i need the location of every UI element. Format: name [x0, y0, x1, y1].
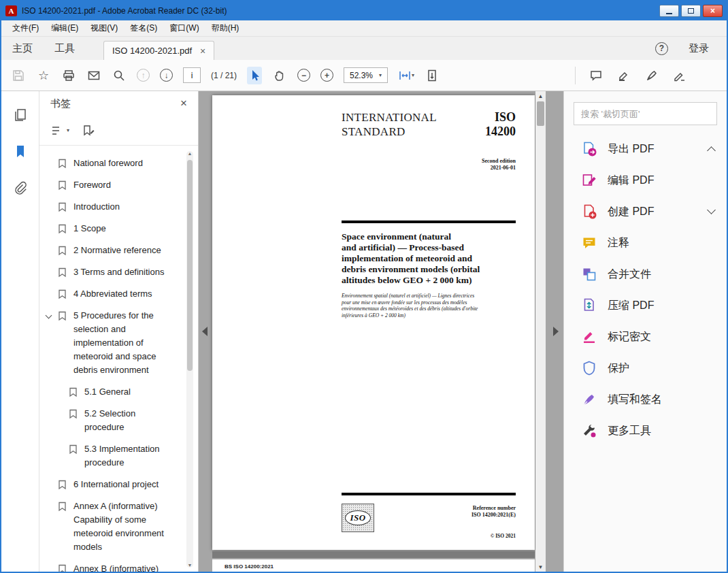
- bookmark-item[interactable]: Annex A (informative) Capability of some…: [39, 495, 198, 558]
- zoom-level-select[interactable]: 52.3% ▾: [344, 67, 388, 83]
- tool-create-pdf[interactable]: 创建 PDF: [564, 196, 727, 227]
- tab-tools[interactable]: 工具: [44, 37, 86, 60]
- chevron-down-icon[interactable]: [46, 312, 52, 319]
- tool-label: 更多工具: [608, 424, 651, 438]
- highlight-tool-icon[interactable]: [616, 67, 631, 84]
- tool-combine-files[interactable]: 合并文件: [564, 259, 727, 290]
- menu-sign[interactable]: 签名(S): [125, 20, 163, 36]
- pdf-page-2[interactable]: BS ISO 14200:2021: [212, 559, 535, 572]
- print-icon[interactable]: [61, 67, 76, 84]
- tool-label: 标记密文: [608, 330, 651, 344]
- bookmark-label: National foreword: [73, 158, 143, 168]
- bookmark-item[interactable]: 3 Terms and definitions: [39, 261, 198, 283]
- scroll-up-icon[interactable]: ▲: [535, 91, 546, 101]
- page-up-icon[interactable]: ↑: [137, 69, 150, 82]
- bookmark-item[interactable]: National foreword: [39, 152, 198, 174]
- scroll-up-icon[interactable]: ▲: [186, 151, 193, 156]
- bookmark-item[interactable]: 5.1 General: [39, 381, 198, 403]
- page-number-field[interactable]: [183, 67, 201, 83]
- bookmarks-icon[interactable]: [9, 142, 32, 162]
- window-controls: ×: [659, 5, 723, 17]
- bookmark-item[interactable]: 6 International project: [39, 474, 198, 495]
- tool-compress-pdf[interactable]: 压缩 PDF: [564, 290, 727, 321]
- bookmark-item[interactable]: 4 Abbreviated terms: [39, 283, 198, 305]
- email-icon[interactable]: [86, 67, 101, 84]
- menu-help[interactable]: 帮助(H): [206, 20, 245, 36]
- bookmark-item[interactable]: 1 Scope: [39, 218, 198, 240]
- bookmark-label: Annex A (informative) Capability of some…: [73, 501, 164, 552]
- tab-home[interactable]: 主页: [1, 37, 44, 60]
- tool-redact[interactable]: 标记密文: [564, 321, 727, 353]
- bookmark-icon: [69, 409, 78, 419]
- horizontal-rule: [342, 220, 516, 223]
- favorites-star-icon[interactable]: ☆: [36, 67, 51, 84]
- fill-sign-icon: [581, 391, 597, 408]
- select-tool-icon[interactable]: [247, 67, 262, 84]
- bookmark-item[interactable]: Foreword: [39, 174, 198, 196]
- document-viewport[interactable]: INTERNATIONAL STANDARD ISO 14200 Second …: [199, 91, 563, 572]
- sign-tool-icon[interactable]: [644, 67, 659, 84]
- bookmark-label: Annex B (informative): [73, 563, 159, 572]
- tool-comment[interactable]: 注释: [564, 227, 727, 259]
- bookmark-item[interactable]: Annex B (informative): [39, 558, 198, 572]
- bookmarks-scrollbar[interactable]: ▲ ▼: [186, 151, 193, 568]
- menu-window[interactable]: 窗口(W): [164, 20, 204, 36]
- attachments-icon[interactable]: [9, 178, 32, 199]
- close-button[interactable]: ×: [703, 5, 723, 17]
- tool-fill-sign[interactable]: 填写和签名: [564, 384, 727, 415]
- chevron-down-icon: [707, 206, 716, 214]
- page-thumbnails-icon[interactable]: [9, 105, 32, 125]
- menu-view[interactable]: 视图(V): [85, 20, 123, 36]
- save-icon[interactable]: [11, 67, 26, 84]
- bookmark-label: 5.3 Implementation procedure: [84, 444, 160, 468]
- collapse-right-panel-icon[interactable]: [553, 327, 559, 336]
- document-scrollbar[interactable]: ▲ ▼: [535, 91, 546, 572]
- next-page-header: BS ISO 14200:2021: [225, 563, 274, 570]
- zoom-in-icon[interactable]: +: [320, 69, 333, 82]
- scrollbar-thumb[interactable]: [187, 160, 193, 371]
- tool-edit-pdf[interactable]: 编辑 PDF: [564, 165, 727, 196]
- collapse-left-panel-icon[interactable]: [202, 327, 208, 336]
- redact-icon: [581, 329, 597, 345]
- scroll-down-icon[interactable]: ▼: [186, 563, 193, 568]
- hand-tool-icon[interactable]: [272, 67, 287, 84]
- bookmark-item[interactable]: 5.2 Selection procedure: [39, 403, 198, 438]
- bookmark-options-icon[interactable]: ▾: [48, 122, 72, 140]
- zoom-out-icon[interactable]: −: [297, 69, 310, 82]
- help-icon[interactable]: ?: [655, 42, 668, 55]
- minimize-button[interactable]: [659, 5, 679, 17]
- close-icon: ×: [710, 6, 715, 16]
- bookmark-item[interactable]: 5 Procedures for the selection and imple…: [39, 305, 198, 381]
- create-pdf-icon: [581, 203, 597, 220]
- bookmark-icon: [58, 502, 67, 512]
- search-icon[interactable]: [112, 67, 127, 84]
- menu-edit[interactable]: 编辑(E): [46, 20, 84, 36]
- menubar: 文件(F) 编辑(E) 视图(V) 签名(S) 窗口(W) 帮助(H): [1, 20, 727, 37]
- maximize-button[interactable]: [681, 5, 701, 17]
- bookmark-item[interactable]: Introduction: [39, 196, 198, 218]
- tool-protect[interactable]: 保护: [564, 353, 727, 384]
- document-tab-close-icon[interactable]: ×: [200, 46, 205, 56]
- pdf-page-1[interactable]: INTERNATIONAL STANDARD ISO 14200 Second …: [212, 95, 535, 550]
- fit-width-icon[interactable]: ▾: [398, 67, 414, 84]
- bookmark-current-icon[interactable]: [79, 122, 98, 140]
- bookmark-item[interactable]: 2 Normative reference: [39, 240, 198, 261]
- menu-file[interactable]: 文件(F): [7, 20, 44, 36]
- sign-in-button[interactable]: 登录: [689, 42, 709, 55]
- tool-export-pdf[interactable]: 导出 PDF: [564, 133, 727, 165]
- zoom-level-value: 52.3%: [350, 71, 373, 80]
- tool-more-tools[interactable]: 更多工具: [564, 415, 727, 446]
- compress-pdf-icon: [581, 297, 597, 314]
- scrollbar-thumb[interactable]: [537, 101, 544, 126]
- scroll-down-icon[interactable]: ▼: [535, 562, 546, 572]
- minimize-icon: [666, 13, 672, 14]
- document-tab[interactable]: ISO 14200-2021.pdf ×: [103, 41, 214, 60]
- tool-label: 编辑 PDF: [608, 174, 654, 188]
- fill-sign-tool-icon[interactable]: [672, 67, 687, 84]
- bookmarks-close-icon[interactable]: ×: [180, 97, 187, 110]
- scroll-mode-icon[interactable]: [425, 67, 440, 84]
- search-input[interactable]: [574, 102, 717, 125]
- page-down-icon[interactable]: ↓: [160, 69, 173, 82]
- comment-tool-icon[interactable]: [589, 67, 603, 84]
- bookmark-item[interactable]: 5.3 Implementation procedure: [39, 438, 198, 474]
